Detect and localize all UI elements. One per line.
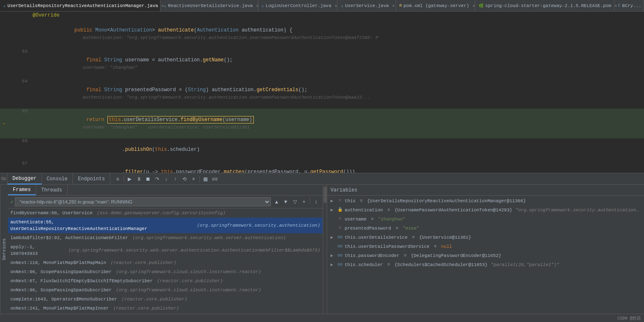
var-eq-pe: = <box>401 252 409 259</box>
frame-item-8[interactable]: complete:1643, Operators$MonoSubscriber … <box>8 295 323 304</box>
var-icon-username: = <box>337 215 343 223</box>
toolbar-btn-frames[interactable]: ▦ <box>202 175 210 183</box>
line-number: 67 <box>7 161 31 173</box>
frame-item-4[interactable]: onNext:118, MonoFlatMap$FlatMapMain (rea… <box>8 258 323 267</box>
toolbar-btn-run-cursor[interactable]: ⟲ <box>180 175 189 183</box>
tab-user-service[interactable]: ☕ UserService.java ✕ <box>338 0 396 11</box>
thread-dropdown[interactable]: "reactor-http-nio-6"@14,292 in group "ma… <box>15 197 271 206</box>
var-name-auth: authentication <box>345 206 383 214</box>
toolbar-btn-step-into[interactable]: ↓ <box>162 175 170 183</box>
frame-item-6[interactable]: onNext:67, FluxSwitchIfEmpty$SwitchIfEmp… <box>8 276 323 286</box>
var-item-sched[interactable]: ▶ oo this.scheduler = {Schedulers$Cached… <box>327 260 644 269</box>
toolbar-btn-evaluate[interactable]: × <box>190 175 198 183</box>
line-gutter <box>0 19 7 49</box>
var-expand-pe[interactable]: ▶ <box>331 252 335 259</box>
java-icon-3: ☕ <box>341 3 343 8</box>
var-eq-username: = <box>368 215 377 223</box>
var-value-username: "zhanghao" <box>378 215 406 223</box>
line-gutter <box>0 79 7 109</box>
var-name-sched: this.scheduler <box>345 261 383 269</box>
frames-list[interactable]: findByUsername:60, UserService (ssx.demo… <box>8 208 323 314</box>
tab-close-3[interactable]: ✕ <box>392 3 395 8</box>
var-item-pe[interactable]: ▶ oo this.passwordEncoder = {DelegatingP… <box>327 251 644 260</box>
frame-item-7[interactable]: onNext:96, ScopePassingSpanSubscriber (o… <box>8 286 323 295</box>
variables-list[interactable]: ▶ = this = {UserDetailsRepositoryReactiv… <box>327 196 644 314</box>
thread-scroll-btn[interactable]: ↕ <box>312 198 320 206</box>
tab-frames[interactable]: Frames <box>8 185 36 195</box>
var-item-password[interactable]: = presentedPassword = "mima" <box>327 224 644 233</box>
thread-add-btn[interactable]: + <box>300 198 308 206</box>
toolbar-btn-step-over[interactable]: ↷ <box>153 175 161 183</box>
var-icon-pe: oo <box>337 252 343 259</box>
var-item-auth[interactable]: ▶ 🔒 authentication = {UsernamePasswordAu… <box>327 206 644 215</box>
var-name-udps: this.userDetailsPasswordService <box>345 243 430 250</box>
frame-method-6: onNext:67, FluxSwitchIfEmpty$SwitchIfEmp… <box>10 278 153 284</box>
frame-item-9[interactable]: onNext:241, MonoFlatMap$FlatMapInner (re… <box>8 304 323 313</box>
var-name-uds: this.userDetailsService <box>345 234 408 241</box>
thread-down-btn[interactable]: ▼ <box>282 198 290 206</box>
tab-close-4[interactable]: ✕ <box>472 3 475 8</box>
var-name-pe: this.passwordEncoder <box>345 252 399 259</box>
tab-console[interactable]: Console <box>42 173 73 184</box>
toolbar-btn-pause[interactable]: ⏸ <box>135 175 143 183</box>
var-eq-sched: = <box>384 261 393 269</box>
line-number: 65 <box>7 109 31 138</box>
tab-label-5: spring-cloud-starter-gateway-2.1.5.RELEA… <box>485 3 611 8</box>
console-tab-label: Console <box>47 176 68 182</box>
tab-spring-cloud[interactable]: 🌿 spring-cloud-starter-gateway-2.1.5.REL… <box>475 0 615 11</box>
frame-pkg-2: (org.springframework.security.web.server… <box>130 235 286 241</box>
code-line: 63 final String username = authenticatio… <box>0 49 644 79</box>
frames-scrollbar[interactable] <box>323 185 327 314</box>
toolbar-btn-stop[interactable]: ⏹ <box>144 175 152 183</box>
var-extra-sched: "parallel(20,"parallel")" <box>491 261 559 269</box>
tab-login-controller[interactable]: ☕ LoginUserController.java ✕ <box>258 0 338 11</box>
frame-item-1[interactable]: authenticate:55, UserDetailsRepositoryRe… <box>8 218 323 233</box>
frame-item-2[interactable]: lambda$filter$2:92, AuthenticationWebFil… <box>8 233 323 242</box>
var-eq-uds: = <box>409 234 418 241</box>
frame-method-9: onNext:241, MonoFlatMap$FlatMapInner <box>10 305 109 312</box>
frame-method-4: onNext:118, MonoFlatMap$FlatMapMain <box>10 259 106 266</box>
var-name-username: username <box>345 215 367 223</box>
frame-item-3[interactable]: apply:-1, 1007043933 (org.springframewor… <box>8 242 323 258</box>
tab-pom-xml[interactable]: m pom.xml (gateway-server) ✕ <box>396 0 475 11</box>
tab-auth-manager[interactable]: ☕ UserDetailsRepositoryReactiveAuthentic… <box>0 0 160 11</box>
var-expand-this[interactable]: ▶ <box>331 197 335 205</box>
toolbar-btn-threads[interactable]: ≡≡ <box>211 175 219 183</box>
line-content: final String username = authentication.g… <box>31 49 644 79</box>
tab-threads[interactable]: Threads <box>36 185 67 195</box>
java-icon-2: ☕ <box>262 3 264 8</box>
tab-bcry[interactable]: C BCry... <box>615 0 644 11</box>
tab-endpoints[interactable]: Endpoints <box>73 173 110 184</box>
toolbar-btn-menu[interactable]: ≡ <box>114 175 122 183</box>
toolbar-btn-step-out[interactable]: ↑ <box>171 175 180 183</box>
var-expand-sched[interactable]: ▶ <box>331 261 335 269</box>
frame-pkg-9: (reactor.core.publisher) <box>111 305 179 312</box>
toolbar-btn-resume[interactable]: ▶ <box>126 175 134 183</box>
frame-method-0: findByUsername:60, UserService <box>10 210 92 216</box>
var-item-username[interactable]: = username = "zhanghao" <box>327 215 644 224</box>
frame-pkg-1: (org.springframework.security.authentica… <box>194 222 320 229</box>
var-item-uds[interactable]: ▶ oo this.userDetailsService = {UserServ… <box>327 233 644 242</box>
scrollbar-thumb <box>323 186 327 203</box>
var-icon-udps: oo <box>337 243 343 250</box>
tab-close-2[interactable]: ✕ <box>335 3 337 8</box>
frame-method-2: lambda$filter$2:92, AuthenticationWebFil… <box>10 235 128 241</box>
status-bar: CSDN @想花 <box>0 314 644 322</box>
var-expand-uds[interactable]: ▶ <box>331 234 335 241</box>
frame-item-0[interactable]: findByUsername:60, UserService (ssx.demo… <box>8 208 323 218</box>
var-expand-auth[interactable]: ▶ <box>331 206 335 214</box>
code-editor[interactable]: @Override public Mono<Authentication> au… <box>0 12 644 173</box>
line-gutter <box>0 161 7 173</box>
var-icon-password: = <box>337 225 343 232</box>
var-item-udps[interactable]: oo this.userDetailsPasswordService = nul… <box>327 242 644 251</box>
tab-reactive-service[interactable]: ☕ ReactiveUserDetailsService.java ✕ <box>160 0 258 11</box>
thread-filter-btn[interactable]: ▽ <box>291 198 299 206</box>
var-item-this[interactable]: ▶ = this = {UserDetailsRepositoryReactiv… <box>327 196 644 206</box>
line-number: 63 <box>7 49 31 79</box>
services-vertical-label[interactable]: Services <box>0 185 8 314</box>
thread-up-btn[interactable]: ▲ <box>272 198 281 206</box>
frame-item-5[interactable]: onNext:96, ScopePassingSpanSubscriber (o… <box>8 267 323 276</box>
line-content: final String presentedPassword = (String… <box>31 79 644 109</box>
tab-debugger[interactable]: Debugger <box>7 173 42 184</box>
var-value-password: "mima" <box>403 225 419 232</box>
